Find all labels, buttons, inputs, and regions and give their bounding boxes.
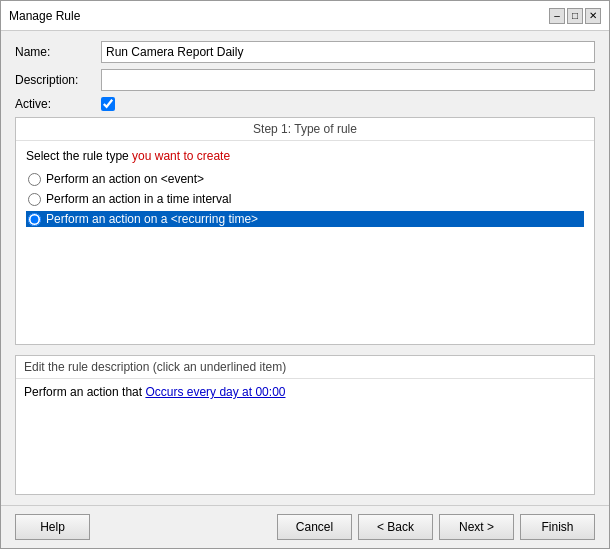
radio-interval[interactable] xyxy=(28,193,41,206)
description-panel-header: Edit the rule description (click an unde… xyxy=(16,356,594,379)
radio-option-interval[interactable]: Perform an action in a time interval xyxy=(26,191,584,207)
step-panel: Step 1: Type of rule Select the rule typ… xyxy=(15,117,595,345)
description-text-before: Perform an action that xyxy=(24,385,145,399)
help-button[interactable]: Help xyxy=(15,514,90,540)
step-header: Step 1: Type of rule xyxy=(16,118,594,141)
nav-buttons: Cancel < Back Next > Finish xyxy=(277,514,595,540)
description-label: Description: xyxy=(15,73,95,87)
radio-event[interactable] xyxy=(28,173,41,186)
instruction-colored: you want to create xyxy=(132,149,230,163)
radio-option-event[interactable]: Perform an action on <event> xyxy=(26,171,584,187)
radio-recurring-label: Perform an action on a <recurring time> xyxy=(46,212,258,226)
cancel-button[interactable]: Cancel xyxy=(277,514,352,540)
finish-button[interactable]: Finish xyxy=(520,514,595,540)
main-content: Name: Description: Active: Step 1: Type … xyxy=(1,31,609,505)
description-panel-body: Perform an action that Occurs every day … xyxy=(16,379,594,405)
description-row: Description: xyxy=(15,69,595,91)
window-title: Manage Rule xyxy=(9,9,80,23)
active-checkbox[interactable] xyxy=(101,97,115,111)
active-checkbox-wrapper xyxy=(101,97,115,111)
maximize-button[interactable]: □ xyxy=(567,8,583,24)
radio-recurring[interactable] xyxy=(28,213,41,226)
button-bar: Help Cancel < Back Next > Finish xyxy=(1,505,609,548)
radio-option-recurring[interactable]: Perform an action on a <recurring time> xyxy=(26,211,584,227)
radio-interval-label: Perform an action in a time interval xyxy=(46,192,231,206)
next-button[interactable]: Next > xyxy=(439,514,514,540)
name-label: Name: xyxy=(15,45,95,59)
step-instruction: Select the rule type you want to create xyxy=(26,149,584,163)
description-panel: Edit the rule description (click an unde… xyxy=(15,355,595,495)
description-link[interactable]: Occurs every day at 00:00 xyxy=(145,385,285,399)
name-row: Name: xyxy=(15,41,595,63)
back-button[interactable]: < Back xyxy=(358,514,433,540)
radio-event-label: Perform an action on <event> xyxy=(46,172,204,186)
active-label: Active: xyxy=(15,97,95,111)
window-controls: – □ ✕ xyxy=(549,8,601,24)
description-input[interactable] xyxy=(101,69,595,91)
active-row: Active: xyxy=(15,97,595,111)
step-body: Select the rule type you want to create … xyxy=(16,141,594,235)
title-bar: Manage Rule – □ ✕ xyxy=(1,1,609,31)
name-input[interactable] xyxy=(101,41,595,63)
close-button[interactable]: ✕ xyxy=(585,8,601,24)
manage-rule-window: Manage Rule – □ ✕ Name: Description: Act… xyxy=(0,0,610,549)
minimize-button[interactable]: – xyxy=(549,8,565,24)
